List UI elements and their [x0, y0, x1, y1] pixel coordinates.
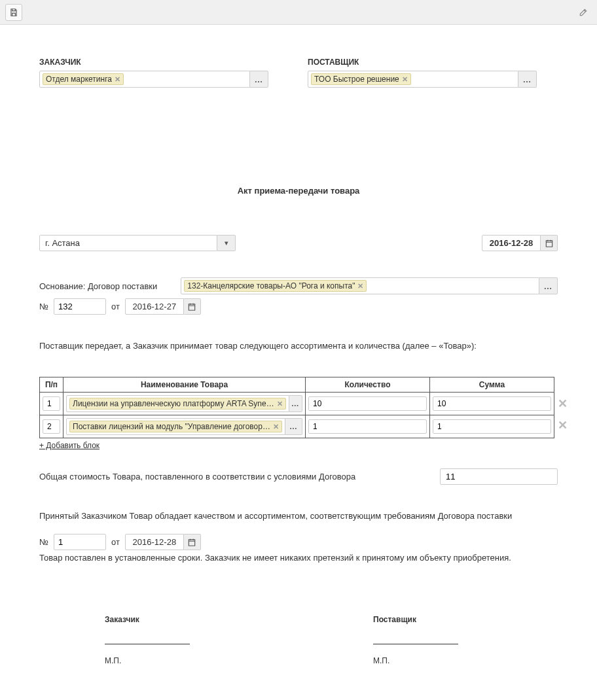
- cell-sum-input[interactable]: [433, 419, 551, 434]
- doc-date-field[interactable]: 2016-12-28: [482, 235, 558, 251]
- cell-pp-input[interactable]: [43, 396, 60, 411]
- edit-button[interactable]: [575, 4, 592, 21]
- sign-supplier: Поставщик М.П.: [373, 615, 458, 665]
- basis-contract-chip: 132-Канцелярские товары-АО "Рога и копыт…: [184, 280, 367, 292]
- cell-name-picker-button[interactable]: …: [285, 418, 302, 435]
- table-row: Лицензии на управленческую платформу ART…: [40, 393, 554, 415]
- basis-date-picker-button[interactable]: [184, 298, 201, 315]
- city-select[interactable]: г. Астана ▾: [39, 235, 236, 251]
- customer-field[interactable]: Отдел маркетинга ✕: [39, 71, 250, 88]
- accept-date-picker-button[interactable]: [184, 534, 201, 550]
- supplier-picker-button[interactable]: …: [518, 71, 537, 88]
- body-text-2: Принятый Заказчиком Товар обладает качес…: [39, 511, 558, 521]
- supplier-chip: ТОО Быстрое решение ✕: [311, 73, 411, 85]
- document-title: Акт приема-передачи товара: [39, 186, 558, 196]
- th-pp: П/п: [40, 377, 63, 393]
- row-delete-button[interactable]: ✕: [558, 418, 568, 432]
- customer-chip: Отдел маркетинга ✕: [43, 73, 124, 85]
- calendar-icon: [545, 239, 554, 248]
- accept-from-label: от: [111, 537, 120, 547]
- doc-date-picker-button[interactable]: [541, 235, 558, 251]
- cell-pp-input[interactable]: [43, 419, 60, 434]
- add-block-link[interactable]: + Добавить блок: [39, 441, 100, 450]
- basis-date-field[interactable]: 2016-12-27: [125, 298, 201, 315]
- basis-no-label: №: [39, 302, 48, 311]
- cell-qty-input[interactable]: [308, 396, 427, 411]
- table-row: Поставки лицензий на модуль "Управление …: [40, 415, 554, 438]
- save-icon: [9, 8, 18, 17]
- edit-icon: [579, 8, 588, 17]
- cell-sum-input[interactable]: [433, 396, 551, 411]
- basis-contract-remove[interactable]: ✕: [357, 283, 363, 290]
- sign-customer-label: Заказчик: [105, 615, 190, 624]
- sign-customer-line: [105, 644, 190, 644]
- accept-no-input[interactable]: [54, 534, 106, 550]
- sign-supplier-label: Поставщик: [373, 615, 458, 624]
- customer-block: ЗАКАЗЧИК Отдел маркетинга ✕ …: [39, 58, 268, 88]
- cell-name-chip: Поставки лицензий на модуль "Управление …: [69, 421, 282, 432]
- city-value: г. Астана: [39, 235, 217, 251]
- supplier-label: ПОСТАВЩИК: [308, 58, 537, 67]
- cell-qty-input[interactable]: [308, 419, 427, 434]
- cell-name-field[interactable]: Лицензии на управленческую платформу ART…: [66, 395, 289, 412]
- cell-name-remove[interactable]: ✕: [277, 400, 283, 408]
- accept-date-field[interactable]: 2016-12-28: [125, 534, 201, 550]
- supplier-block: ПОСТАВЩИК ТОО Быстрое решение ✕ …: [308, 58, 537, 88]
- toolbar: [0, 0, 597, 25]
- basis-label: Основание: Договор поставки: [39, 281, 157, 291]
- sign-supplier-line: [373, 644, 458, 644]
- total-label: Общая стоимость Товара, поставленного в …: [39, 472, 355, 481]
- accept-no-label: №: [39, 537, 48, 547]
- cell-name-chip: Лицензии на управленческую платформу ART…: [69, 398, 286, 410]
- customer-picker-button[interactable]: …: [250, 71, 268, 88]
- supplier-chip-remove[interactable]: ✕: [402, 76, 408, 83]
- chevron-down-icon: ▾: [225, 239, 228, 247]
- sign-customer: Заказчик М.П.: [105, 615, 190, 665]
- row-delete-button[interactable]: ✕: [558, 396, 568, 411]
- body-text-1: Поставщик передает, а Заказчик принимает…: [39, 341, 558, 351]
- th-name: Наименование Товара: [63, 377, 306, 393]
- sign-supplier-mp: М.П.: [373, 656, 458, 665]
- accept-date-value: 2016-12-28: [125, 534, 184, 550]
- total-input[interactable]: [440, 468, 558, 485]
- doc-date-value: 2016-12-28: [482, 235, 541, 251]
- cell-name-remove[interactable]: ✕: [273, 423, 279, 430]
- save-button[interactable]: [5, 4, 22, 21]
- supplier-field[interactable]: ТОО Быстрое решение ✕: [308, 71, 518, 88]
- basis-no-input[interactable]: [54, 298, 106, 315]
- basis-contract-field[interactable]: 132-Канцелярские товары-АО "Рога и копыт…: [181, 277, 539, 294]
- cell-name-field[interactable]: Поставки лицензий на модуль "Управление …: [66, 418, 285, 435]
- th-qty: Количество: [306, 377, 430, 393]
- city-dropdown-button[interactable]: ▾: [217, 235, 236, 251]
- th-sum: Сумма: [430, 377, 554, 393]
- sign-customer-mp: М.П.: [105, 656, 190, 665]
- goods-table: П/п Наименование Товара Количество Сумма…: [39, 377, 554, 438]
- calendar-icon: [187, 538, 196, 547]
- document-scroll[interactable]: ЗАКАЗЧИК Отдел маркетинга ✕ … ПОСТАВЩИК: [0, 25, 597, 700]
- body-text-3: Товар поставлен в установленные сроки. З…: [39, 553, 558, 563]
- basis-date-value: 2016-12-27: [125, 298, 184, 315]
- customer-label: ЗАКАЗЧИК: [39, 58, 268, 67]
- basis-contract-picker-button[interactable]: …: [539, 277, 558, 294]
- customer-chip-remove[interactable]: ✕: [115, 76, 120, 83]
- basis-from-label: от: [111, 302, 120, 311]
- calendar-icon: [187, 302, 196, 311]
- document-page: ЗАКАЗЧИК Отдел маркетинга ✕ … ПОСТАВЩИК: [0, 25, 597, 700]
- cell-name-picker-button[interactable]: …: [289, 395, 302, 412]
